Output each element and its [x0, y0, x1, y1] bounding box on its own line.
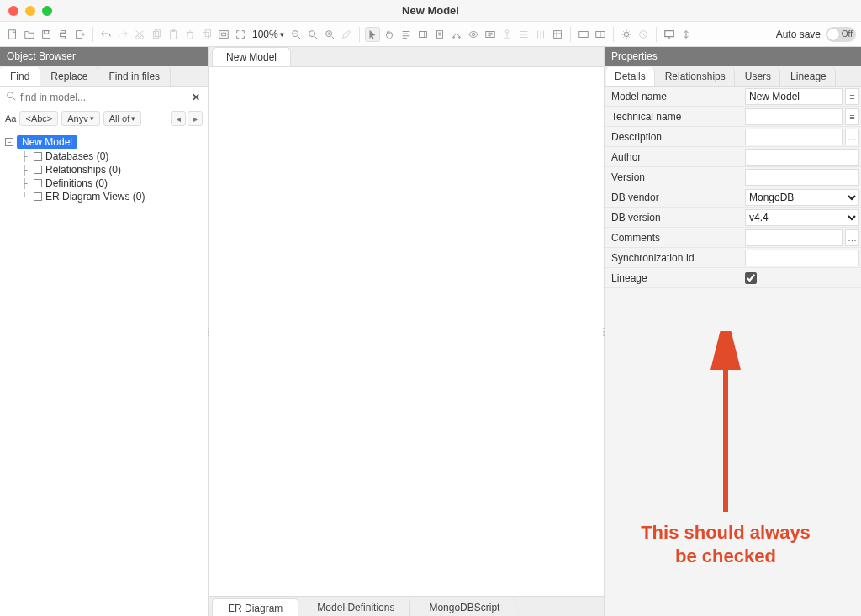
clear-search-icon[interactable]: ✕ [189, 92, 203, 103]
add-view-icon[interactable] [466, 27, 481, 42]
zoom-to-fit-icon[interactable] [216, 27, 231, 42]
tree-root[interactable]: − New Model [3, 134, 204, 150]
cut-icon[interactable] [132, 27, 147, 42]
edit-tool-icon[interactable] [339, 27, 354, 42]
next-result-button[interactable]: ▸ [188, 111, 203, 126]
svg-rect-19 [419, 31, 426, 37]
lineage-checkbox[interactable] [745, 272, 757, 284]
collapse-icon[interactable] [679, 27, 694, 42]
undo-icon[interactable] [98, 27, 114, 42]
tree-node-definitions[interactable]: ├ Definitions (0) [3, 176, 204, 190]
settings-panel-icon[interactable] [483, 27, 498, 42]
filter-abc[interactable]: <Abc> [19, 111, 58, 126]
window-title: New Model [0, 4, 861, 17]
new-file-icon[interactable] [5, 27, 20, 42]
filter-anyv[interactable]: Anyv▾ [61, 111, 99, 126]
redo-icon[interactable] [115, 27, 130, 42]
expand-icon[interactable]: ≡ [845, 88, 859, 105]
zoom-reset-icon[interactable] [305, 27, 320, 42]
screen1-icon[interactable] [576, 27, 591, 42]
prop-tab-details[interactable]: Details [606, 67, 655, 86]
properties-title: Properties [605, 47, 861, 66]
filter-case[interactable]: Aa [5, 113, 16, 124]
bottom-tab-script[interactable]: MongoDBScript [414, 598, 515, 616]
svg-rect-26 [553, 30, 561, 38]
properties-grid: Model name ≡ Technical name ≡ Descriptio… [605, 87, 861, 616]
prop-tab-lineage[interactable]: Lineage [782, 67, 836, 86]
autosave-state: Off [842, 29, 853, 39]
tree-node-er-views[interactable]: └ ER Diagram Views (0) [3, 190, 204, 203]
stop-icon[interactable] [636, 27, 651, 42]
toolbar-separator [656, 27, 657, 42]
version-input[interactable] [745, 169, 859, 186]
ellipsis-icon[interactable]: … [845, 129, 859, 145]
anchor-icon[interactable] [499, 27, 515, 42]
zoom-level[interactable]: 100% ▾ [250, 29, 287, 40]
editor-tab[interactable]: New Model [212, 47, 291, 66]
bottom-tab-definitions[interactable]: Model Definitions [302, 598, 410, 616]
export-icon[interactable] [72, 27, 87, 42]
add-document-icon[interactable] [432, 27, 447, 42]
open-folder-icon[interactable] [22, 27, 37, 42]
close-window-button[interactable] [8, 6, 18, 16]
zoom-out-icon[interactable] [288, 27, 304, 42]
align-left-icon[interactable] [399, 27, 414, 42]
layout-icon[interactable] [550, 27, 565, 42]
prop-tab-users[interactable]: Users [737, 67, 780, 86]
tab-find[interactable]: Find [0, 67, 40, 86]
prop-label: DB version [605, 208, 743, 227]
sync-id-input[interactable] [745, 250, 859, 266]
monitor-icon[interactable] [662, 27, 677, 42]
collapse-icon[interactable]: − [5, 138, 13, 146]
filter-allof[interactable]: All of▾ [103, 111, 141, 126]
add-relationship-icon[interactable] [449, 27, 464, 42]
save-icon[interactable] [39, 27, 54, 42]
minimize-window-button[interactable] [25, 6, 35, 16]
prev-result-button[interactable]: ◂ [171, 111, 186, 126]
tree-node-relationships[interactable]: ├ Relationships (0) [3, 163, 204, 176]
distribute-h-icon[interactable] [516, 27, 531, 42]
comments-input[interactable] [745, 229, 843, 246]
db-vendor-select[interactable]: MongoDB [745, 189, 859, 206]
tree-branch-icon: └ [18, 192, 30, 203]
delete-icon[interactable] [182, 27, 198, 42]
tab-replace[interactable]: Replace [40, 67, 98, 86]
prop-row-author: Author [605, 147, 861, 167]
author-input[interactable] [745, 149, 859, 166]
autosave-toggle[interactable]: Off [826, 27, 856, 42]
zoom-window-button[interactable] [42, 6, 52, 16]
gear-icon[interactable] [619, 27, 634, 42]
svg-rect-4 [61, 30, 65, 33]
db-version-select[interactable]: v4.4 [745, 209, 859, 226]
properties-panel: Properties Details Relationships Users L… [604, 47, 861, 616]
tab-find-in-files[interactable]: Find in files [98, 67, 171, 86]
description-input[interactable] [745, 129, 843, 145]
model-name-input[interactable] [745, 88, 843, 105]
splitter-left[interactable] [206, 319, 211, 345]
prop-label: Author [605, 148, 743, 166]
expand-icon[interactable]: ≡ [845, 108, 859, 125]
search-icon [5, 90, 17, 104]
svg-rect-9 [154, 31, 159, 38]
prop-row-version: Version [605, 167, 861, 187]
print-icon[interactable] [55, 27, 71, 42]
prop-tab-relationships[interactable]: Relationships [657, 67, 735, 86]
pointer-tool-icon[interactable] [365, 27, 380, 42]
search-input[interactable] [20, 92, 186, 103]
screen2-icon[interactable] [593, 27, 608, 42]
bottom-tab-er[interactable]: ER Diagram [212, 598, 298, 616]
prop-row-db-version: DB version v4.4 [605, 208, 861, 228]
paste-icon[interactable] [166, 27, 181, 42]
tree-node-databases[interactable]: ├ Databases (0) [3, 150, 204, 163]
zoom-in-icon[interactable] [322, 27, 337, 42]
distribute-v-icon[interactable] [533, 27, 548, 42]
svg-rect-11 [171, 30, 177, 39]
copy-icon[interactable] [149, 27, 164, 42]
hand-tool-icon[interactable] [382, 27, 397, 42]
add-entity-icon[interactable] [415, 27, 430, 42]
duplicate-icon[interactable] [199, 27, 214, 42]
editor-canvas[interactable] [209, 67, 604, 596]
technical-name-input[interactable] [745, 108, 843, 125]
fullscreen-icon[interactable] [233, 27, 248, 42]
ellipsis-icon[interactable]: … [845, 229, 859, 246]
